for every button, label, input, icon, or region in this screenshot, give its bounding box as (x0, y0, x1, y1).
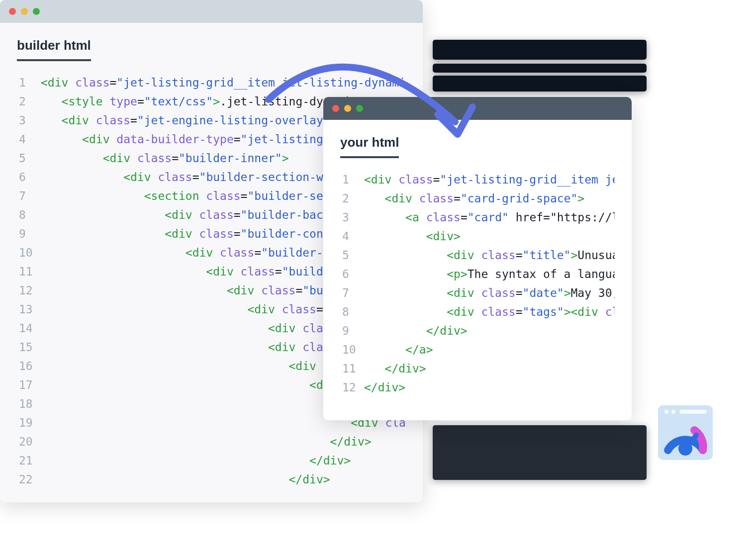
code-content: </div> (41, 470, 406, 489)
line-number: 12 (17, 281, 41, 300)
maximize-icon[interactable] (33, 8, 40, 15)
code-content: <p>The syntax of a language is how it wo… (364, 265, 615, 283)
line-number: 15 (17, 338, 41, 357)
line-number: 5 (340, 246, 364, 265)
line-number: 13 (17, 300, 41, 319)
window-content: your html 1<div class="jet-listing-grid_… (323, 120, 632, 420)
code-line: 5 <div class="title">Unusual Views of th… (340, 246, 615, 265)
line-number: 1 (340, 170, 364, 189)
code-line: 3 <a class="card" href="https://ld.croco… (340, 208, 615, 227)
line-number: 7 (17, 186, 41, 205)
code-content: </div> (41, 432, 406, 451)
tab-title: builder html (17, 38, 91, 61)
line-number: 4 (17, 130, 41, 149)
svg-point-1 (664, 410, 668, 414)
line-number: 22 (17, 470, 41, 489)
code-editor[interactable]: 1<div class="jet-listing-grid__item jet-… (340, 170, 615, 397)
background-strip (433, 76, 647, 92)
window-titlebar (323, 97, 632, 120)
code-line: 7 <div class="date">May 30, 2018</div> (340, 283, 615, 302)
line-number: 1 (17, 73, 41, 92)
code-content: </a> (364, 340, 615, 359)
line-number: 9 (340, 321, 364, 340)
code-content: <div> (364, 227, 615, 246)
line-number: 21 (17, 451, 41, 470)
speedometer-icon (656, 403, 715, 463)
code-line: 11 </div> (340, 359, 615, 378)
svg-rect-3 (679, 410, 707, 414)
code-line: 1<div class="jet-listing-grid__item jet-… (17, 73, 406, 92)
line-number: 20 (17, 432, 41, 451)
line-number: 3 (340, 208, 364, 227)
svg-point-2 (671, 410, 675, 414)
tab-title: your html (340, 135, 399, 158)
line-number: 4 (340, 227, 364, 246)
code-line: 9 </div> (340, 321, 615, 340)
code-line: 4 <div> (340, 227, 615, 246)
line-number: 9 (17, 224, 41, 243)
line-number: 19 (17, 413, 41, 432)
code-line: 22 </div> (17, 470, 406, 489)
line-number: 18 (17, 394, 41, 413)
code-content: <div class="jet-listing-grid__item jet-l… (41, 73, 406, 92)
code-content: </div> (41, 451, 406, 470)
line-number: 12 (340, 378, 364, 397)
code-content: <div class="jet-listing-grid__item jet-l… (364, 170, 615, 189)
close-icon[interactable] (9, 8, 16, 15)
code-line: 2 <div class="card-grid-space"> (340, 189, 615, 208)
code-line: 6 <p>The syntax of a language is how it … (340, 265, 615, 283)
line-number: 10 (17, 243, 41, 262)
line-number: 11 (340, 359, 364, 378)
minimize-icon[interactable] (21, 8, 28, 15)
maximize-icon[interactable] (356, 105, 363, 112)
code-line: 8 <div class="tags"><div class="tag">HTM… (340, 302, 615, 321)
code-line: 20 </div> (17, 432, 406, 451)
line-number: 7 (340, 283, 364, 302)
line-number: 3 (17, 111, 41, 130)
window-titlebar (0, 0, 423, 23)
line-number: 2 (340, 189, 364, 208)
line-number: 8 (340, 302, 364, 321)
minimize-icon[interactable] (344, 105, 351, 112)
line-number: 11 (17, 262, 41, 281)
line-number: 5 (17, 149, 41, 168)
line-number: 8 (17, 205, 41, 224)
code-content: <div class="date">May 30, 2018</div> (364, 283, 615, 302)
code-content: <div class="title">Unusual Views of the … (364, 246, 615, 265)
background-strip (433, 64, 647, 73)
line-number: 6 (340, 265, 364, 283)
code-content: <div class="tags"><div class="tag">HTML< (364, 302, 615, 321)
close-icon[interactable] (332, 105, 339, 112)
background-strip (433, 40, 647, 60)
background-strip (433, 425, 647, 480)
code-content: </div> (364, 321, 615, 340)
your-html-window: your html 1<div class="jet-listing-grid_… (323, 97, 632, 420)
code-line: 1<div class="jet-listing-grid__item jet-… (340, 170, 615, 189)
code-content: <a class="card" href="https://ld.crocobl… (364, 208, 615, 227)
line-number: 2 (17, 92, 41, 111)
code-line: 12</div> (340, 378, 615, 397)
line-number: 16 (17, 357, 41, 375)
code-content: </div> (364, 359, 615, 378)
line-number: 17 (17, 375, 41, 394)
line-number: 14 (17, 319, 41, 338)
line-number: 10 (340, 340, 364, 359)
line-number: 6 (17, 168, 41, 186)
code-content: </div> (364, 378, 615, 397)
code-line: 10 </a> (340, 340, 615, 359)
code-line: 21 </div> (17, 451, 406, 470)
code-content: <div class="card-grid-space"> (364, 189, 615, 208)
